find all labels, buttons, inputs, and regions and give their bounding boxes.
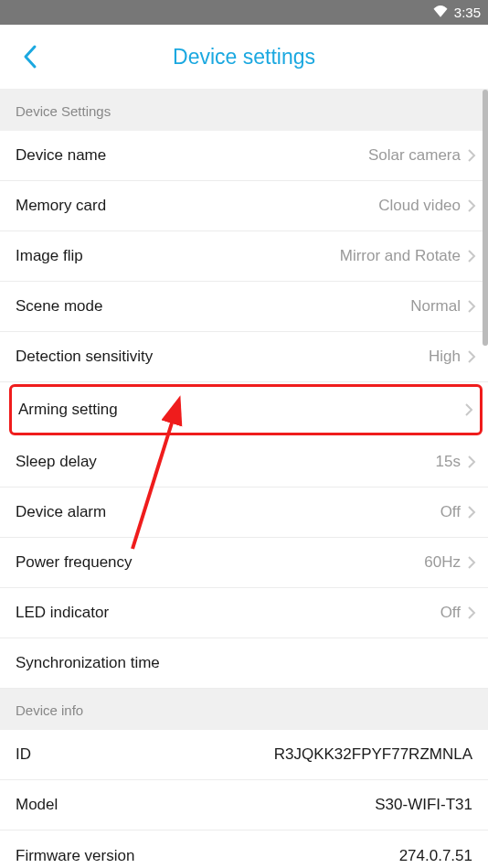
row-model: Model S30-WIFI-T31	[0, 780, 488, 830]
section-header-settings: Device Settings	[0, 90, 488, 131]
row-label: Device alarm	[16, 503, 106, 521]
content-scroll[interactable]: Device Settings Device name Solar camera…	[0, 90, 488, 868]
chevron-right-icon	[462, 503, 481, 521]
row-right: Cloud video	[378, 197, 481, 215]
chevron-right-icon	[462, 348, 481, 366]
row-id: ID R3JQKK32FPYF77RZMNLA	[0, 730, 488, 780]
row-detection-sensitivity[interactable]: Detection sensitivity High	[0, 332, 488, 382]
row-value: Off	[440, 604, 461, 622]
row-right: Solar camera	[368, 146, 481, 165]
row-label: Detection sensitivity	[16, 348, 153, 366]
row-right: 15s	[436, 453, 481, 471]
row-label: Arming setting	[18, 401, 118, 419]
row-label: Scene mode	[16, 297, 102, 316]
row-image-flip[interactable]: Image flip Mirror and Rotate	[0, 231, 488, 282]
row-value: S30-WIFI-T31	[375, 796, 472, 814]
row-right: Off	[440, 503, 481, 521]
row-value: Mirror and Rotate	[340, 247, 461, 265]
chevron-right-icon	[462, 604, 481, 622]
row-value: 274.0.7.51	[399, 847, 472, 865]
row-label: Memory card	[16, 197, 106, 215]
row-device-name[interactable]: Device name Solar camera	[0, 131, 488, 181]
wifi-icon	[432, 5, 449, 21]
row-sleep-delay[interactable]: Sleep delay 15s	[0, 437, 488, 488]
row-arming-setting[interactable]: Arming setting	[9, 384, 483, 435]
row-label: Synchronization time	[16, 654, 160, 672]
row-value: Normal	[410, 297, 461, 316]
row-power-frequency[interactable]: Power frequency 60Hz	[0, 538, 488, 588]
row-value: R3JQKK32FPYF77RZMNLA	[274, 745, 472, 764]
chevron-right-icon	[462, 553, 481, 572]
row-label: Firmware version	[16, 847, 134, 865]
row-value: High	[429, 348, 461, 366]
row-right: Normal	[410, 297, 481, 316]
row-sync-time[interactable]: Synchronization time	[0, 638, 488, 689]
section-header-info: Device info	[0, 689, 488, 730]
row-firmware: Firmware version 274.0.7.51	[0, 830, 488, 868]
row-right	[458, 401, 478, 419]
row-right: High	[429, 348, 481, 366]
row-label: Image flip	[16, 247, 83, 265]
chevron-right-icon	[462, 247, 481, 265]
chevron-right-icon	[460, 401, 478, 419]
row-label: Model	[16, 796, 58, 814]
chevron-right-icon	[462, 453, 481, 471]
row-right: Off	[440, 604, 481, 622]
row-label: LED indicator	[16, 604, 109, 622]
row-value: 15s	[436, 453, 461, 471]
row-value: Cloud video	[378, 197, 461, 215]
row-memory-card[interactable]: Memory card Cloud video	[0, 181, 488, 231]
scrollbar[interactable]	[483, 90, 488, 346]
row-label: Device name	[16, 146, 106, 165]
chevron-right-icon	[462, 146, 481, 165]
row-value: 60Hz	[424, 553, 461, 572]
chevron-right-icon	[462, 197, 481, 215]
row-label: ID	[16, 745, 31, 764]
row-label: Sleep delay	[16, 453, 97, 471]
status-time: 3:35	[454, 5, 481, 20]
status-bar: 3:35	[0, 0, 488, 25]
nav-bar: Device settings	[0, 25, 488, 90]
row-led-indicator[interactable]: LED indicator Off	[0, 588, 488, 638]
row-right: 60Hz	[424, 553, 481, 572]
row-scene-mode[interactable]: Scene mode Normal	[0, 282, 488, 332]
page-title: Device settings	[0, 45, 488, 70]
row-right: Mirror and Rotate	[340, 247, 481, 265]
chevron-right-icon	[462, 297, 481, 316]
row-label: Power frequency	[16, 553, 133, 572]
back-button[interactable]	[16, 43, 44, 70]
row-device-alarm[interactable]: Device alarm Off	[0, 488, 488, 538]
row-value: Off	[440, 503, 461, 521]
row-value: Solar camera	[368, 146, 461, 165]
